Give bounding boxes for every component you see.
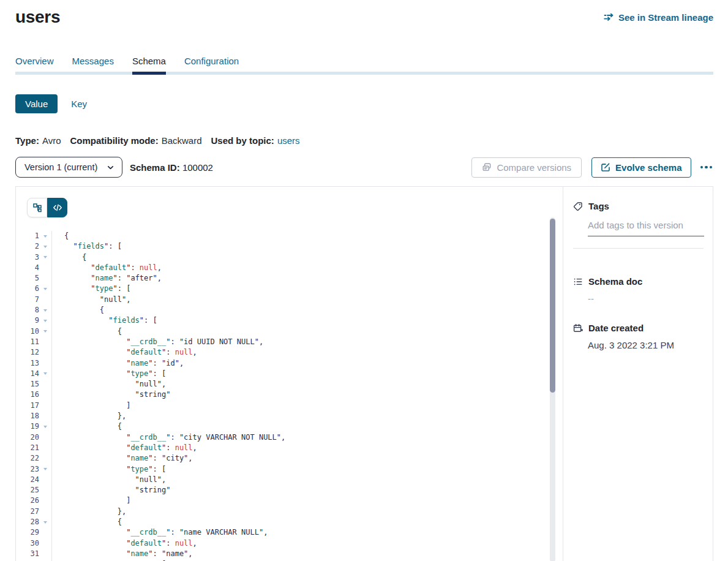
tab-configuration[interactable]: Configuration [184,56,239,75]
fold-gutter[interactable] [39,305,52,315]
code-text: "name": "after", [52,273,162,284]
editor-view-toggle [27,198,67,217]
topic-link[interactable]: users [277,135,300,146]
fold-arrow-icon[interactable] [43,256,47,258]
tab-schema[interactable]: Schema [132,56,166,75]
code-text: { [52,252,86,263]
code-line: 9 "fields": [ [16,315,563,326]
code-line: 25 "string" [16,485,563,495]
value-toggle-button[interactable]: Value [15,94,58,113]
tree-view-button[interactable] [27,198,47,217]
fold-arrow-icon[interactable] [43,372,47,375]
code-line: 15 "null", [16,379,563,390]
code-text: ] [52,495,130,506]
used-by-topic-label: Used by topic: [211,135,274,146]
schema-content-panel: 1{2 "fields": [3 {4 "default": null,5 "n… [15,186,713,561]
code-text: "type": [ [52,284,130,294]
line-number: 24 [16,475,39,485]
compatibility-label: Compatibility mode: [70,135,158,146]
see-in-stream-lineage-link[interactable]: See in Stream lineage [604,12,713,23]
tab-bar: Overview Messages Schema Configuration [15,56,713,75]
code-text: { [52,231,69,241]
compare-versions-button[interactable]: Compare versions [471,157,582,178]
fold-gutter[interactable] [39,464,52,475]
key-toggle-button[interactable]: Key [71,99,87,109]
fold-gutter [39,401,52,411]
fold-arrow-icon[interactable] [43,320,47,322]
code-view-button[interactable] [47,198,67,217]
code-line: 2 "fields": [ [16,241,563,252]
line-number: 11 [16,337,39,347]
fold-gutter[interactable] [39,252,52,263]
fold-arrow-icon[interactable] [43,309,47,312]
fold-gutter [39,379,52,390]
code-text: "name": "id", [52,358,184,369]
tab-overview[interactable]: Overview [15,56,54,75]
fold-gutter[interactable] [39,326,52,337]
fold-arrow-icon[interactable] [43,330,47,333]
evolve-schema-icon [601,162,610,172]
line-number: 7 [16,295,39,305]
line-number: 4 [16,263,39,273]
line-number: 18 [16,411,39,421]
fold-gutter [39,527,52,538]
line-number: 20 [16,432,39,443]
code-text: "string" [52,390,170,400]
schema-meta-row: Type: Avro Compatibility mode: Backward … [15,135,713,146]
fold-gutter [39,495,52,506]
fold-gutter [39,432,52,443]
fold-gutter [39,411,52,421]
add-tags-input[interactable] [588,220,704,236]
line-number: 15 [16,379,39,390]
code-view-icon [53,203,62,213]
fold-arrow-icon[interactable] [43,288,47,290]
fold-gutter [39,453,52,464]
line-number: 9 [16,315,39,326]
fold-gutter[interactable] [39,517,52,527]
line-number: 16 [16,390,39,400]
code-text: "string" [52,485,170,495]
fold-arrow-icon[interactable] [43,426,47,428]
code-line: 6 "type": [ [16,284,563,294]
tab-messages[interactable]: Messages [72,56,114,75]
date-created-value: Aug. 3 2022 3:21 PM [588,340,704,350]
code-line: 3 { [16,252,563,263]
ellipsis-icon [700,166,704,169]
line-number: 21 [16,443,39,453]
tags-title: Tags [588,201,609,211]
value-key-toggle: Value Key [15,94,713,113]
code-text: "default": null, [52,443,197,453]
code-text: }, [52,411,126,421]
version-select[interactable]: Version 1 (current) [15,157,122,178]
fold-arrow-icon[interactable] [43,246,47,248]
calendar-icon [573,323,583,333]
type-label: Type: [15,135,39,146]
fold-gutter[interactable] [39,315,52,326]
code-line: 26 ] [16,495,563,506]
line-number: 28 [16,517,39,527]
code-text: "fields": [ [52,315,157,326]
schema-doc-title: Schema doc [588,276,642,287]
fold-gutter[interactable] [39,369,52,379]
code-text: "__crdb__": "name VARCHAR NULL", [52,527,268,538]
fold-gutter [39,485,52,495]
line-number: 23 [16,464,39,475]
fold-arrow-icon[interactable] [43,235,47,238]
code-text: "fields": [ [52,241,122,252]
fold-gutter[interactable] [39,421,52,432]
evolve-schema-button[interactable]: Evolve schema [591,157,691,178]
line-number: 14 [16,369,39,379]
compare-versions-icon [482,162,492,172]
compatibility-value: Backward [162,135,202,146]
more-options-button[interactable] [699,162,714,173]
fold-gutter[interactable] [39,231,52,241]
code-line: 24 "null", [16,475,563,485]
fold-gutter[interactable] [39,284,52,294]
fold-arrow-icon[interactable] [43,468,47,470]
code-line: 18 }, [16,411,563,421]
tag-icon [573,201,583,211]
fold-arrow-icon[interactable] [43,521,47,524]
editor-scrollbar-thumb[interactable] [550,219,555,393]
line-number: 3 [16,252,39,263]
fold-gutter[interactable] [39,241,52,252]
